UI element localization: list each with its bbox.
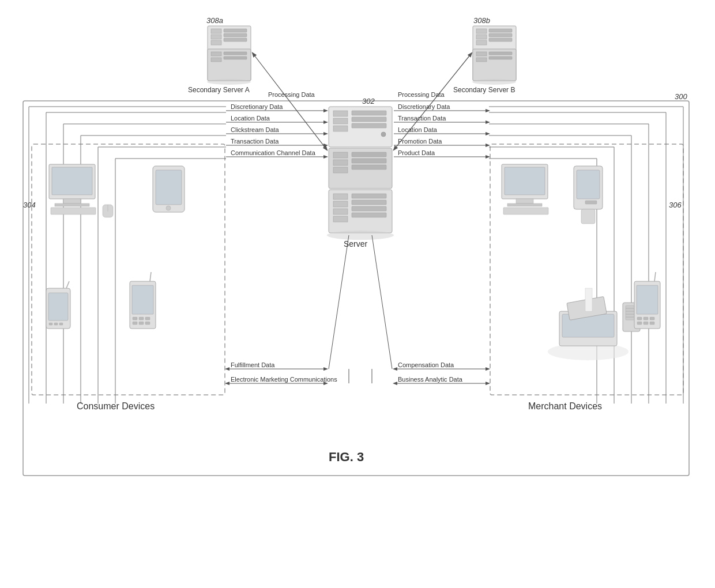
svg-rect-104 <box>503 208 548 214</box>
svg-rect-52 <box>489 56 512 59</box>
svg-text:308b: 308b <box>473 16 490 25</box>
svg-point-83 <box>166 206 171 210</box>
svg-text:Merchant Devices: Merchant Devices <box>528 401 602 411</box>
svg-rect-49 <box>476 52 487 56</box>
svg-text:Business Analytic Data: Business Analytic Data <box>398 376 463 383</box>
svg-line-70 <box>329 235 349 369</box>
svg-rect-113 <box>585 288 592 311</box>
svg-rect-14 <box>333 167 348 173</box>
svg-rect-99 <box>145 322 150 325</box>
svg-text:Product Data: Product Data <box>398 149 435 156</box>
svg-rect-124 <box>644 317 648 320</box>
svg-rect-5 <box>333 118 348 124</box>
svg-text:Processing Data: Processing Data <box>268 91 315 98</box>
svg-text:Clickstream Data: Clickstream Data <box>231 126 280 133</box>
svg-rect-7 <box>352 111 386 115</box>
svg-rect-17 <box>352 165 386 169</box>
svg-rect-4 <box>333 111 348 116</box>
svg-rect-39 <box>224 56 247 59</box>
svg-rect-12 <box>333 152 348 158</box>
svg-rect-97 <box>133 322 137 325</box>
svg-rect-45 <box>489 29 512 32</box>
svg-text:Secondary Server B: Secondary Server B <box>453 86 515 94</box>
svg-text:Transaction Data: Transaction Data <box>398 115 446 122</box>
svg-rect-26 <box>352 213 386 217</box>
svg-line-93 <box>150 272 151 281</box>
svg-rect-121 <box>637 285 658 314</box>
svg-point-40 <box>207 79 251 85</box>
svg-text:Fulfillment Data: Fulfillment Data <box>231 361 275 368</box>
svg-rect-32 <box>224 29 247 32</box>
svg-rect-101 <box>505 167 545 195</box>
svg-line-71 <box>372 235 392 369</box>
svg-text:308a: 308a <box>206 16 223 25</box>
svg-rect-33 <box>224 33 247 37</box>
svg-rect-44 <box>476 40 487 45</box>
svg-rect-127 <box>644 322 648 325</box>
svg-rect-125 <box>650 317 654 320</box>
svg-rect-8 <box>352 117 386 122</box>
svg-line-86 <box>66 281 69 288</box>
svg-point-10 <box>381 132 386 137</box>
svg-rect-82 <box>156 170 182 205</box>
svg-text:Electronic Marketing Communica: Electronic Marketing Communications <box>231 376 337 383</box>
svg-rect-88 <box>49 323 52 325</box>
svg-text:304: 304 <box>23 201 36 209</box>
svg-text:Processing Data: Processing Data <box>398 91 445 98</box>
svg-rect-34 <box>224 38 247 42</box>
svg-rect-37 <box>211 58 221 62</box>
svg-rect-85 <box>48 293 68 321</box>
svg-text:Server: Server <box>344 239 368 248</box>
svg-text:Secondary Server A: Secondary Server A <box>188 86 250 94</box>
svg-rect-9 <box>352 123 386 128</box>
svg-rect-16 <box>352 159 386 163</box>
svg-rect-103 <box>507 203 542 206</box>
svg-text:Compensation Data: Compensation Data <box>398 361 454 368</box>
svg-point-27 <box>327 231 394 240</box>
svg-rect-89 <box>54 323 58 325</box>
svg-text:300: 300 <box>675 92 687 101</box>
svg-rect-43 <box>476 35 487 39</box>
svg-text:Discretionary Data: Discretionary Data <box>398 103 450 110</box>
svg-text:302: 302 <box>362 97 375 105</box>
svg-rect-123 <box>637 317 642 320</box>
svg-rect-15 <box>352 152 386 157</box>
svg-rect-102 <box>516 199 533 203</box>
svg-rect-98 <box>139 322 144 325</box>
svg-rect-108 <box>581 209 595 224</box>
svg-line-122 <box>654 272 656 281</box>
svg-rect-96 <box>145 317 150 320</box>
svg-rect-24 <box>352 200 386 205</box>
svg-rect-21 <box>333 209 348 214</box>
svg-text:Location Data: Location Data <box>398 126 438 133</box>
svg-rect-20 <box>333 201 348 207</box>
svg-line-55 <box>394 53 472 150</box>
svg-rect-30 <box>211 35 221 39</box>
svg-rect-22 <box>333 216 348 222</box>
svg-text:Communication Channel Data: Communication Channel Data <box>231 149 316 156</box>
svg-rect-25 <box>352 206 386 211</box>
svg-rect-90 <box>59 323 63 325</box>
svg-rect-107 <box>585 201 597 204</box>
svg-rect-128 <box>650 322 654 325</box>
svg-rect-126 <box>637 322 642 325</box>
svg-rect-77 <box>55 203 89 206</box>
svg-line-54 <box>253 53 327 150</box>
svg-text:Discretionary Data: Discretionary Data <box>231 103 283 110</box>
svg-rect-51 <box>489 52 512 55</box>
svg-text:306: 306 <box>669 201 682 209</box>
svg-rect-36 <box>211 52 221 56</box>
diagram-svg: 308a 308b 302 300 304 306 Secondary Serv… <box>17 12 698 542</box>
svg-rect-29 <box>211 29 221 33</box>
svg-text:Promotion Data: Promotion Data <box>398 138 442 145</box>
svg-rect-95 <box>139 317 144 320</box>
svg-rect-42 <box>476 29 487 33</box>
svg-rect-75 <box>52 167 92 195</box>
svg-rect-76 <box>63 199 81 203</box>
diagram-container: 308a 308b 302 300 304 306 Secondary Serv… <box>17 12 698 559</box>
svg-rect-38 <box>224 52 247 55</box>
svg-rect-94 <box>133 317 137 320</box>
svg-rect-46 <box>489 33 512 37</box>
svg-rect-92 <box>132 285 153 314</box>
svg-rect-13 <box>333 160 348 165</box>
